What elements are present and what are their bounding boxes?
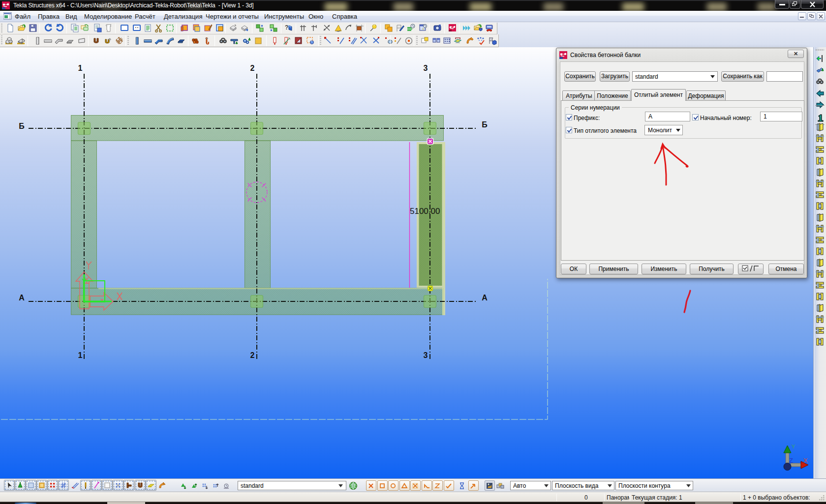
svg-text:5100.00: 5100.00	[410, 207, 440, 216]
svg-text:3: 3	[424, 64, 428, 72]
svg-text:А: А	[482, 294, 488, 302]
svg-text:Z: Z	[789, 457, 793, 464]
svg-text:2: 2	[250, 64, 255, 72]
svg-text:?: ?	[285, 24, 288, 31]
svg-text:3: 3	[424, 351, 428, 359]
svg-text:Б: Б	[482, 120, 488, 129]
svg-text:А: А	[19, 294, 25, 302]
svg-text:X: X	[803, 457, 808, 464]
svg-text:2: 2	[250, 351, 255, 359]
svg-text:1: 1	[78, 351, 83, 359]
svg-text:Y: Y	[792, 444, 795, 449]
svg-text:Б: Б	[19, 122, 25, 130]
svg-text:1: 1	[78, 64, 83, 72]
